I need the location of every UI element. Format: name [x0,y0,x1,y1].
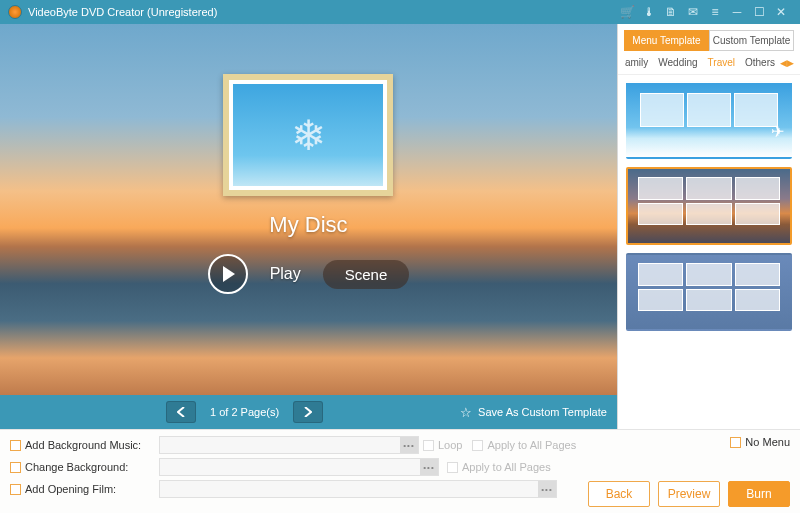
lbl-apply-all-1: Apply to All Pages [487,439,576,451]
chk-change-bg[interactable] [10,462,21,473]
key-icon[interactable]: 🌡 [640,3,658,21]
lbl-opening: Add Opening Film: [25,483,155,495]
cat-others[interactable]: Others [740,55,780,70]
page-icon[interactable]: 🗎 [662,3,680,21]
page-indicator: 1 of 2 Page(s) [210,406,279,418]
cat-family[interactable]: amily [620,55,653,70]
bottom-panel: Add Background Music: ••• Loop Apply to … [0,429,800,513]
save-template-label: Save As Custom Template [478,406,607,418]
browse-icon[interactable]: ••• [400,437,418,453]
chk-apply-all-1[interactable] [472,440,483,451]
lbl-change-bg: Change Background: [25,461,155,473]
feedback-icon[interactable]: ✉ [684,3,702,21]
page-next-button[interactable] [293,401,323,423]
preview-stage: ❄ My Disc Play Scene [0,24,617,395]
menu-icon[interactable]: ≡ [706,3,724,21]
template-category-row: amily Wedding Travel Others ◀▶ [618,51,800,75]
play-button[interactable] [208,254,248,294]
lbl-bg-music: Add Background Music: [25,439,155,451]
cat-travel[interactable]: Travel [703,55,740,70]
maximize-icon[interactable]: ☐ [750,3,768,21]
app-logo-icon [8,5,22,19]
input-bg-music[interactable]: ••• [159,436,419,454]
preview-pager: 1 of 2 Page(s) ☆ Save As Custom Template [0,395,617,429]
scene-button[interactable]: Scene [323,260,410,289]
cat-wedding[interactable]: Wedding [653,55,702,70]
page-prev-button[interactable] [166,401,196,423]
star-icon: ☆ [460,405,472,420]
chk-no-menu[interactable] [730,437,741,448]
template-item-sky[interactable]: ✈ [626,81,792,159]
template-item-sunset[interactable] [626,167,792,245]
chk-opening[interactable] [10,484,21,495]
lbl-loop: Loop [438,439,462,451]
input-change-bg[interactable]: ••• [159,458,439,476]
chk-bg-music[interactable] [10,440,21,451]
app-title: VideoByte DVD Creator (Unregistered) [28,6,217,18]
title-bar: VideoByte DVD Creator (Unregistered) 🛒 🌡… [0,0,800,24]
minimize-icon[interactable]: ─ [728,3,746,21]
burn-button[interactable]: Burn [728,481,790,507]
preview-panel: ❄ My Disc Play Scene 1 of 2 Page(s) ☆ Sa… [0,24,617,429]
cart-icon[interactable]: 🛒 [618,3,636,21]
browse-icon[interactable]: ••• [538,481,556,497]
snowflake-icon: ❄ [291,111,326,160]
menu-thumbnail[interactable]: ❄ [223,74,393,196]
cat-scroll-arrows[interactable]: ◀▶ [780,58,798,68]
chk-apply-all-2[interactable] [447,462,458,473]
template-item-stadium[interactable] [626,253,792,331]
back-button[interactable]: Back [588,481,650,507]
lbl-apply-all-2: Apply to All Pages [462,461,551,473]
tab-custom-template[interactable]: Custom Template [709,30,794,51]
disc-title[interactable]: My Disc [0,212,617,238]
lbl-no-menu: No Menu [745,436,790,448]
airplane-icon: ✈ [771,122,784,141]
play-label[interactable]: Play [270,265,301,283]
chk-loop[interactable] [423,440,434,451]
tab-menu-template[interactable]: Menu Template [624,30,709,51]
preview-button[interactable]: Preview [658,481,720,507]
template-panel: Menu Template Custom Template amily Wedd… [617,24,800,429]
input-opening[interactable]: ••• [159,480,557,498]
browse-icon[interactable]: ••• [420,459,438,475]
close-icon[interactable]: ✕ [772,3,790,21]
save-as-template-button[interactable]: ☆ Save As Custom Template [460,405,607,420]
